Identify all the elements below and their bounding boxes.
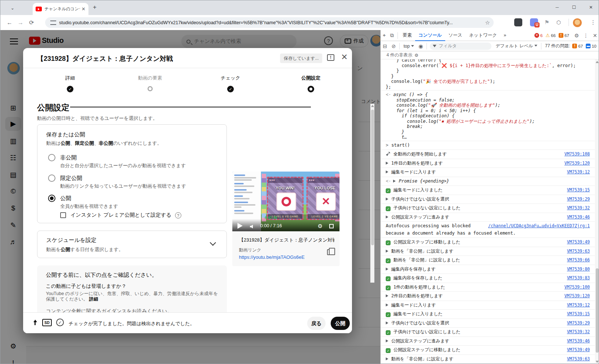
vm-source-link[interactable]: VM7539:46: [567, 214, 590, 221]
console-filter-input[interactable]: フィルタ: [430, 43, 491, 50]
extension-icon[interactable]: U: [530, 18, 538, 26]
radio-selected[interactable]: [48, 195, 55, 202]
vm-source-link[interactable]: VM7539:80: [567, 266, 590, 273]
gear-icon[interactable]: ⚙: [414, 53, 418, 58]
vm-source-link[interactable]: VM7539:66: [567, 257, 590, 264]
log-level-selector[interactable]: デフォルト レベル: [496, 43, 538, 49]
visibility-option-label[interactable]: 限定公開: [60, 175, 82, 182]
device-toolbar-icon[interactable]: ⧉: [390, 32, 394, 38]
vm-source-link[interactable]: VM7539:120: [564, 160, 590, 167]
vm-source-link[interactable]: VM7539:100: [564, 284, 590, 291]
console-log-row[interactable]: 2件目の動画を処理しますVM7539:120: [381, 292, 596, 301]
tab-elements[interactable]: 要素: [399, 30, 415, 41]
chevron-down-icon[interactable]: [210, 240, 216, 246]
source-link[interactable]: /channel/UCDAcg3naFu…udvid=VxKEED7Zjrg:1: [488, 223, 590, 230]
console-sidebar-icon[interactable]: ⊟: [383, 43, 387, 49]
step-1[interactable]: 詳細✓: [41, 75, 99, 92]
console-log-row[interactable]: ✓子供向けではない設定にしましたVM7539:32: [381, 204, 596, 213]
console-log-row[interactable]: 公開設定ステップに進みますVM7539:46: [381, 213, 596, 222]
console-command-row[interactable]: >start(): [381, 141, 596, 150]
console-log-row[interactable]: 全動画の処理を開始しますVM7539:108: [381, 150, 596, 159]
console-log-row[interactable]: ✓動画を「非公開」に設定しましたVM7539:66: [381, 256, 596, 265]
console-log-row[interactable]: ✓編集内容を保存しましたVM7539:83: [381, 274, 596, 283]
dialog-close-icon[interactable]: ✕: [341, 52, 348, 62]
console-log-row[interactable]: 子供向けではない設定を選択VM7539:29: [381, 319, 596, 328]
console-log-row[interactable]: 編集内容を保存しますVM7539:80: [381, 265, 596, 274]
browser-tab[interactable]: チャンネルのコンテンツ - YouTube S ✕: [33, 3, 88, 15]
visibility-option-label[interactable]: 非公開: [60, 154, 77, 161]
console-log-row[interactable]: 編集モードに入りますVM7539:12: [381, 301, 596, 310]
back-button[interactable]: ←: [4, 19, 15, 26]
tab-close-icon[interactable]: ✕: [81, 6, 86, 12]
policy-more-link[interactable]: 詳細: [89, 297, 98, 302]
step-3[interactable]: チェック✓: [201, 75, 260, 92]
vm-source-link[interactable]: VM7539:32: [567, 205, 590, 212]
reload-button[interactable]: ⟳: [26, 19, 37, 26]
site-settings-icon[interactable]: [50, 21, 56, 25]
console-log-row[interactable]: 動画を「非公開」に設定しますVM7539:63: [381, 355, 596, 364]
vm-source-link[interactable]: VM7539:12: [567, 169, 590, 176]
issues-icon[interactable]: !: [559, 33, 563, 38]
vm-source-link[interactable]: VM7539:12: [567, 302, 590, 309]
extensions-puzzle-icon[interactable]: ⬡: [555, 18, 563, 26]
vm-source-link[interactable]: VM7539:46: [567, 338, 590, 345]
inspect-element-icon[interactable]: ⌖: [383, 32, 386, 38]
extension-icon[interactable]: [514, 18, 522, 26]
console-log-row[interactable]: 公開設定ステップに進みますVM7539:46: [381, 337, 596, 346]
address-bar[interactable]: studio.youtube.com/channel/UCDAcg3naFuOZ…: [45, 17, 494, 28]
schedule-box[interactable]: スケジュールを設定 動画を公開する日付を選択します。: [37, 231, 227, 258]
window-close-button[interactable]: ✕: [582, 0, 599, 15]
error-count[interactable]: 6: [540, 33, 542, 38]
tab-sources[interactable]: ソース: [445, 30, 466, 41]
publish-button[interactable]: 公開: [331, 317, 350, 330]
premiere-checkbox-row[interactable]: インスタント プレミア公開として設定する ?: [60, 212, 181, 218]
fullscreen-icon[interactable]: [329, 224, 334, 228]
modal-scrollbar[interactable]: [370, 104, 374, 283]
context-selector[interactable]: top: [403, 44, 414, 49]
player-settings-icon[interactable]: ⚙: [318, 223, 323, 229]
vm-source-link[interactable]: VM7539:15: [567, 310, 590, 318]
console-log-row[interactable]: ✓公開設定ステップに移動しましたVM7539:49: [381, 346, 596, 355]
console-log-row[interactable]: 子供向けではない設定を選択VM7539:29: [381, 195, 596, 204]
more-tabs-icon[interactable]: »: [500, 30, 509, 41]
tab-console[interactable]: コンソール: [415, 30, 445, 41]
checkbox-icon[interactable]: [60, 212, 66, 218]
play-icon[interactable]: [237, 223, 243, 229]
step-2[interactable]: 動画の要素: [121, 75, 179, 91]
devtools-menu-icon[interactable]: ⋮: [583, 33, 588, 38]
video-link[interactable]: https://youtu.be/mjaTAOGs6eE: [239, 254, 305, 260]
console-warning-row[interactable]: Autofocus processing was blocked /channe…: [381, 222, 596, 238]
vm-source-link[interactable]: VM7539:15: [567, 187, 590, 194]
hidden-messages-label[interactable]: 4 件の非表示: [386, 52, 412, 58]
vm-source-link[interactable]: VM7539:108: [564, 151, 590, 158]
radio-unselected[interactable]: [48, 174, 55, 182]
console-log-row[interactable]: 動画を「非公開」に設定しますVM7539:63: [381, 247, 596, 256]
back-step-button[interactable]: 戻る: [307, 317, 326, 330]
tab-search-chevron-icon[interactable]: ⌄: [8, 4, 17, 12]
warning-icon[interactable]: ⚠: [545, 33, 550, 38]
vm-source-link[interactable]: VM7539:63: [567, 248, 590, 255]
forward-button[interactable]: →: [15, 19, 26, 26]
console-log-row[interactable]: ✓1件の動画を処理しましたVM7539:100: [381, 283, 596, 292]
feedback-icon[interactable]: !: [327, 54, 334, 61]
warning-count[interactable]: 66: [551, 33, 556, 38]
console-log-row[interactable]: ✓公開設定ステップに移動しましたVM7539:49: [381, 238, 596, 247]
video-player[interactable]: ♥♥♥ YOU WIN! LEVEL 6 VS GAME ♥♥♥ YOU LOS…: [232, 172, 340, 231]
error-icon[interactable]: ✕: [534, 33, 539, 38]
eye-icon[interactable]: ◉: [418, 43, 423, 49]
vm-source-link[interactable]: VM7539:120: [564, 293, 590, 300]
tab-network[interactable]: ネットワーク: [466, 30, 500, 41]
console-log-row[interactable]: 1件目の動画を処理しますVM7539:120: [381, 159, 596, 168]
console-log-row[interactable]: ✓子供向けではない設定にしましたVM7539:32: [381, 328, 596, 337]
console-result-row[interactable]: <·Promise {<pending>}: [381, 177, 596, 186]
vm-source-link[interactable]: VM7539:49: [567, 346, 590, 354]
help-circle-icon[interactable]: ?: [175, 212, 181, 218]
visibility-option-label[interactable]: 公開: [60, 195, 71, 202]
bookmark-star-icon[interactable]: ☆: [485, 19, 490, 26]
vm-source-link[interactable]: VM7539:29: [567, 320, 590, 327]
console-scrollbar[interactable]: [595, 59, 599, 364]
devtools-settings-icon[interactable]: ⚙: [574, 33, 579, 38]
browser-profile-avatar[interactable]: [573, 18, 582, 27]
copy-icon[interactable]: [327, 249, 332, 255]
problems-summary[interactable]: 77 件の問題:: [545, 43, 570, 49]
